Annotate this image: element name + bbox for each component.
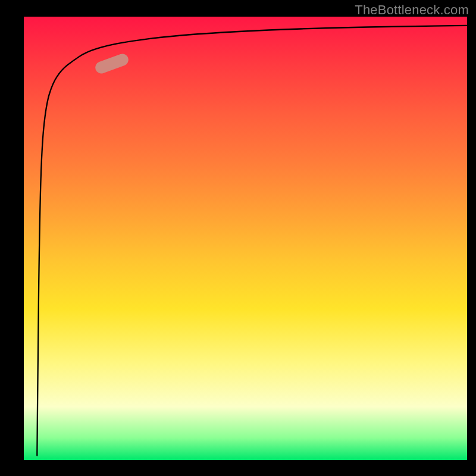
- watermark-text: TheBottleneck.com: [355, 2, 469, 18]
- chart-stage: TheBottleneck.com: [0, 0, 476, 476]
- curve-svg: [24, 17, 467, 460]
- main-curve-path: [37, 26, 467, 456]
